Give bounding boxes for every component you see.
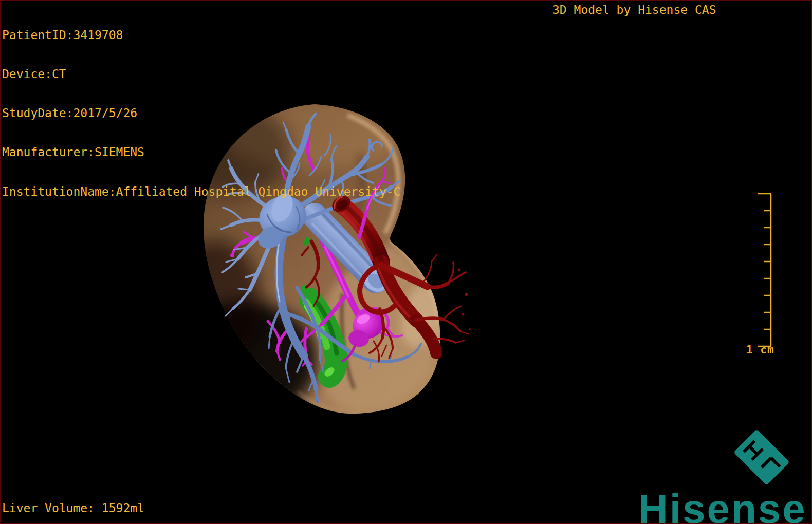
liver-shadow-left <box>168 240 262 366</box>
scale-bar <box>758 194 771 346</box>
hisense-wordmark: Hisense <box>638 485 807 524</box>
hisense-diamond-logo <box>733 429 790 485</box>
watermark-title: 3D Model by Hisense CAS <box>552 3 716 16</box>
patient-info-overlay: PatientID:3419708 Device:CT StudyDate:20… <box>2 3 400 212</box>
liver-volume-label: Liver Volume: 1592ml <box>2 501 144 515</box>
patient-id-line: PatientID:3419708 <box>2 29 400 42</box>
scale-bar-label: 1 cm <box>746 344 774 356</box>
device-line: Device:CT <box>2 68 400 81</box>
institution-line: InstitutionName:Affiliated Hospital Qing… <box>2 185 400 198</box>
study-date-line: StudyDate:2017/5/26 <box>2 107 400 120</box>
manufacturer-line: Manufacturer:SIEMENS <box>2 146 400 159</box>
